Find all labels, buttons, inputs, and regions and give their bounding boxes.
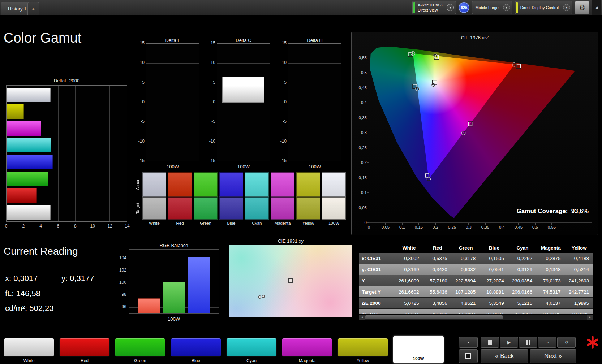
chevron-down-icon[interactable]: ▾ [563, 4, 570, 11]
gridline [146, 122, 199, 122]
table-cell: 4,8521 [452, 298, 480, 309]
table-cell: 5,1215 [508, 298, 537, 309]
stop-button[interactable] [481, 337, 499, 348]
rgb-bar-blue [188, 257, 210, 313]
axis-line [369, 53, 592, 223]
current-reading-cdm2: cd/m²: 502,23 [5, 304, 54, 313]
play-icon: ▶ [507, 340, 511, 345]
patch-button-magenta[interactable]: Magenta [282, 338, 332, 363]
axis-tick-label: 0,45 [352, 86, 367, 90]
patch-label: Green [115, 358, 165, 363]
patch-button-red[interactable]: Red [59, 338, 110, 363]
display-control-selector[interactable]: Direct Display Control ▾ [515, 1, 572, 14]
refresh-icon: ↻ [564, 340, 568, 345]
patch-label: Magenta [282, 358, 332, 363]
table-row-label: ΔE ITP [359, 309, 395, 314]
patch-label: 100W [393, 356, 444, 361]
cie1976-title: CIE 1976 u'v' [352, 35, 598, 40]
axis-tick-label: 5 [274, 80, 287, 85]
axis-tick-label: 5 [132, 80, 145, 85]
chevron-down-icon[interactable]: ▾ [447, 4, 454, 11]
gridline [217, 122, 270, 122]
axis-tick-label: 0,05 [379, 225, 392, 229]
scrollbar-thumb[interactable] [365, 315, 503, 319]
gridline [58, 86, 59, 221]
swatch-label: Blue [219, 221, 243, 225]
history-tab-label: History 1 [8, 6, 26, 12]
scroll-left-button[interactable]: ◄ [359, 315, 365, 320]
axis-tick-label: 14 [122, 224, 133, 229]
settings-button[interactable]: ⚙ [575, 1, 589, 14]
table-header-red: Red [423, 243, 451, 253]
deltae-bar-white [7, 88, 51, 102]
patch-button-100w[interactable]: 100W [393, 336, 444, 363]
patch-button-cyan[interactable]: Cyan [226, 338, 277, 363]
calibration-alert-icon[interactable] [585, 335, 600, 350]
delta-chart-delta-h: Delta H151050-5-10-15100W [274, 38, 341, 172]
table-cell: 74,5317 [537, 286, 565, 298]
next-button[interactable]: Next » [530, 349, 576, 363]
table-cell: 0,2292 [508, 253, 537, 264]
window-icon [465, 353, 471, 359]
patch-up-button[interactable]: ▲ [459, 337, 478, 348]
axis-tick-label: 102 [114, 268, 126, 273]
deltae2000-plot [6, 85, 127, 222]
table-cell: 27,8071 [480, 309, 508, 314]
chart-title: Delta C [217, 38, 270, 43]
table-cell: 55,6436 [423, 286, 451, 298]
axis-tick-label: 10 [132, 60, 145, 65]
axis-tick-label: 0 [132, 99, 145, 104]
gear-icon: ⚙ [579, 4, 585, 12]
results-table: WhiteRedGreenBlueCyanMagentaYellowx: CIE… [359, 243, 593, 314]
table-cell: 261,6602 [395, 286, 423, 298]
gridline [41, 86, 41, 221]
loop-button[interactable]: ↻ [557, 337, 576, 348]
pause-icon [526, 340, 530, 345]
axis-tick-label: 0,1 [352, 190, 367, 195]
patch-button-green[interactable]: Green [115, 338, 165, 363]
table-cell: 261,6009 [395, 275, 423, 286]
table-scrollbar[interactable]: ◄ ► [359, 315, 593, 320]
play-button[interactable]: ▶ [500, 337, 518, 348]
axis-tick-label: 5 [203, 80, 215, 85]
table-cell: 242,7721 [565, 286, 593, 298]
swatch-label: Yellow [296, 221, 320, 225]
patch-button-blue[interactable]: Blue [171, 338, 221, 363]
table-cell: 0,5214 [565, 264, 593, 275]
page-title: Color Gamut [4, 30, 81, 46]
table-cell: 0,3169 [395, 264, 423, 275]
pause-button[interactable] [519, 337, 537, 348]
axis-tick-label: 8 [70, 224, 81, 229]
axis-tick-label: 0,45 [512, 225, 525, 229]
axis-tick-label: 15 [274, 40, 287, 46]
deltae-bar-cyan [7, 138, 51, 152]
cie1976-panel: CIE 1976 u'v' Gamut Coverage: 93,6% 00,0… [351, 32, 598, 235]
patch-button-white[interactable]: White [4, 338, 54, 363]
sidebar-collapse-button[interactable]: ◀ [592, 0, 601, 15]
table-header-magenta: Magenta [537, 243, 565, 253]
target-swatch-blue [219, 197, 243, 220]
add-tab-button[interactable]: + [27, 2, 39, 15]
scroll-right-button[interactable]: ► [587, 315, 593, 320]
chart-footer: 100W [146, 164, 199, 169]
back-button[interactable]: « Back [481, 349, 528, 363]
continuous-read-button[interactable]: ∞ [538, 337, 556, 348]
patch-label: White [4, 358, 54, 363]
meter-selector[interactable]: X-Rite i1Pro 3 Direct View ▾ [412, 1, 456, 14]
axis-tick-label: 0,3 [462, 225, 475, 229]
patch-button-yellow[interactable]: Yellow [337, 338, 388, 363]
actual-swatch-blue [219, 172, 243, 197]
patch-window-button[interactable] [459, 349, 478, 363]
meter-status-indicator [413, 2, 415, 13]
axis-tick-label: -5 [203, 119, 215, 124]
target-swatch-cyan [245, 197, 269, 220]
axis-tick-label: 0,35 [479, 225, 492, 229]
axis-tick-label: 12 [104, 224, 115, 229]
patch-swatch [4, 338, 54, 357]
chevron-down-icon[interactable]: ▾ [503, 4, 510, 11]
patch-label: Blue [171, 358, 221, 363]
target-swatch-white [142, 197, 166, 220]
source-selector[interactable]: Mobile Forge ▾ [472, 1, 512, 14]
patch-label: Red [59, 358, 110, 363]
target-marker [469, 122, 472, 126]
